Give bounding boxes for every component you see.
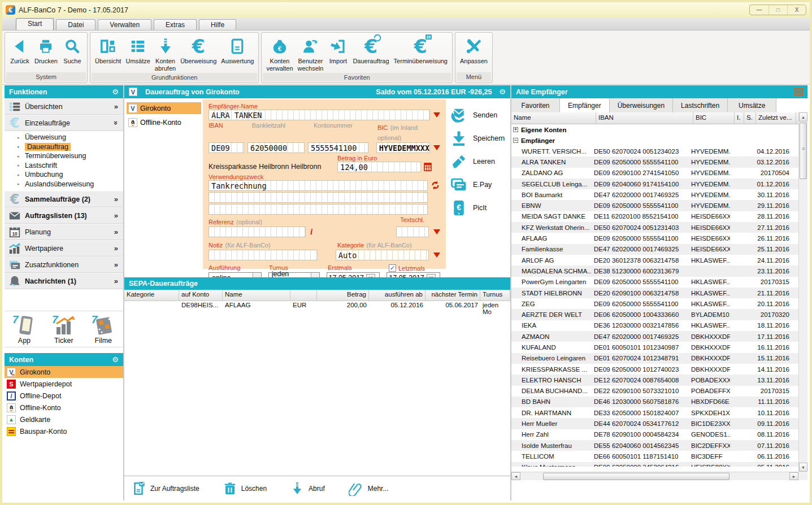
table-row[interactable]: BD BAHN DE46 12030000 5607581876 HBXDFD6… — [511, 397, 798, 407]
terminueberweisung-button[interactable]: € 10 Terminüberweisung — [392, 34, 450, 66]
table-row[interactable]: Familienkasse DE47 62020000 0017469325 H… — [511, 244, 798, 255]
anpassen-button[interactable]: Anpassen — [458, 34, 490, 66]
konten-abrufen-button[interactable]: Konten abrufen — [153, 34, 178, 72]
speichern-button[interactable]: Speichern — [450, 130, 510, 147]
kategorie-input[interactable]: Auto — [336, 250, 429, 260]
tab-verwalten[interactable]: Verwalten — [98, 19, 151, 30]
iban-input[interactable]: DE09 — [209, 142, 244, 153]
horizontal-scrollbar[interactable]: ◄ ► — [511, 472, 798, 480]
table-row[interactable]: WURETT. VERSICH... DE50 62070024 0051234… — [511, 146, 798, 156]
panel-menu-icon[interactable] — [794, 88, 803, 95]
subitem-auslandsueberweisung[interactable]: ● Auslandsüberweisung — [5, 180, 123, 189]
notiz-input[interactable] — [209, 250, 318, 260]
umsaetze-button[interactable]: Umsätze — [123, 34, 152, 66]
subitem-lastschrift[interactable]: ● Lastschrift — [5, 161, 123, 171]
tab-hilfe[interactable]: Hilfe — [199, 19, 236, 30]
scroll-up-icon[interactable]: ▲ — [799, 112, 807, 121]
mehr-button[interactable]: Mehr... — [349, 481, 389, 496]
referenz-input[interactable] — [209, 227, 306, 237]
table-row[interactable]: AERZTE DER WELT DE06 62050000 1004333660… — [511, 309, 798, 320]
table-row[interactable]: KFZ Werkstatt Oherin... DE50 62070024 00… — [511, 222, 798, 233]
leeren-button[interactable]: Leeren — [450, 153, 510, 170]
table-row[interactable]: KRIESSPARKASSE ... DE09 62050000 1012740… — [511, 364, 798, 375]
tab-favoriten[interactable]: Favoriten — [511, 98, 560, 112]
zweck-input-line2[interactable] — [209, 192, 428, 203]
letztmals-checkbox[interactable]: ✓ — [389, 264, 396, 272]
konten-gear-icon[interactable]: ⚙ — [112, 355, 119, 364]
blz-input[interactable]: 62050000 — [247, 142, 305, 153]
loeschen-button[interactable]: Löschen — [223, 481, 267, 496]
picit-button[interactable]: € PicIt — [450, 199, 510, 216]
sidebar-item-uebersichten[interactable]: Übersichten » — [5, 98, 123, 115]
uebersicht-button[interactable]: Übersicht — [93, 34, 123, 66]
betrag-input[interactable]: 124,00 — [337, 162, 421, 172]
sidebar-item-planung[interactable]: 10 Planung » — [5, 224, 123, 240]
table-row[interactable]: AFLAAG DE09 62050000 5555541100 HEISDE66… — [511, 233, 798, 243]
table-row[interactable]: SEGELCLUB Leinga... DE09 62040060 917415… — [511, 179, 798, 189]
table-row[interactable]: BOI Baumarkt DE47 62020000 0017469325 HY… — [511, 189, 798, 200]
table-row[interactable]: TELLICOM DE66 60050101 1187151410 BIC3DE… — [511, 451, 798, 462]
account-wertpapierdepot[interactable]: S Wertpapierdepot — [5, 378, 123, 390]
sidebar-item-sammelauftraege[interactable]: € Sammelaufträge (2) » — [5, 191, 123, 207]
zweck-input-line3[interactable] — [209, 204, 428, 215]
sidebar-item-einzelauftraege[interactable]: € Einzelaufträge » — [5, 115, 123, 131]
table-row[interactable]: ZEG DE09 62050000 5555541100 HKLASWEF...… — [511, 298, 798, 309]
table-row[interactable]: ALRA TANKEN DE09 62050000 5555541100 HYV… — [511, 156, 798, 167]
abruf-button[interactable]: Abruf — [290, 481, 325, 496]
ticker-button[interactable]: 7 Ticker — [44, 315, 84, 345]
textschl-input[interactable] — [396, 227, 429, 237]
table-row[interactable]: Herr Zahl DE78 62090100 0004584234 GENOD… — [511, 429, 798, 440]
sidebar-item-zusatzfunktionen[interactable]: Zusatzfunktionen » — [5, 256, 123, 273]
table-row[interactable]: STADT HIELBRONN DE20 62090100 0063214758… — [511, 288, 798, 298]
vertical-scrollbar[interactable]: ▲ ▼ — [798, 112, 807, 472]
calculator-icon[interactable] — [424, 163, 432, 171]
zurueck-button[interactable]: Zurück — [7, 34, 32, 66]
group-eigene-konten[interactable]: + Eigene Konten — [511, 124, 798, 135]
app-button[interactable]: 7 App — [5, 315, 44, 345]
maximize-button[interactable]: □ — [768, 5, 787, 15]
scroll-right-icon[interactable]: ► — [789, 472, 798, 480]
table-row[interactable]: EBNW DE09 62050000 5555541100 HYVEDEMM..… — [511, 200, 798, 211]
table-row[interactable]: Klaus Mustermann DE99 62050000 345296421… — [511, 462, 798, 467]
subitem-ueberweisung[interactable]: ● Überweisung — [5, 133, 123, 142]
zweck-input-line1[interactable]: Tankrechnung — [209, 180, 428, 191]
scroll-left-icon[interactable]: ◄ — [511, 472, 520, 480]
sepa-column-headers[interactable]: Kategorie auf Konto Name Betrag ausführe… — [124, 290, 510, 301]
account-offline-depot[interactable]: / Offline-Depot — [5, 390, 123, 402]
ueberweisung-button[interactable]: € Überweisung — [178, 34, 219, 66]
import-button[interactable]: Import — [325, 34, 350, 66]
textschl-dropdown-icon[interactable] — [433, 229, 440, 234]
account-tab-girokonto[interactable]: V Girokonto — [127, 102, 201, 114]
tab-empfaenger[interactable]: Empfänger — [560, 98, 610, 112]
info-icon[interactable]: i — [310, 227, 312, 237]
sidebar-item-wertpapiere[interactable]: Wertpapiere » — [5, 240, 123, 256]
empfaenger-input[interactable]: ALRA TANKEN — [209, 110, 430, 120]
main-gear-icon[interactable]: ⚙ — [499, 88, 506, 96]
benutzer-wechseln-button[interactable]: Benutzer wechseln — [296, 34, 326, 72]
tab-umsaetze[interactable]: Umsätze — [728, 98, 776, 112]
kategorie-dropdown-icon[interactable] — [433, 252, 440, 258]
account-offline-konto[interactable]: a Offline-Konto — [5, 402, 123, 413]
table-row[interactable]: PowerGym Leingarten DE09 62050000 555554… — [511, 277, 798, 288]
expand-icon[interactable]: + — [513, 127, 518, 132]
konten-verwalten-button[interactable]: € Konten verwalten — [264, 34, 295, 72]
table-row[interactable]: Reisebuero Leingaren DE01 62070024 10123… — [511, 353, 798, 364]
subitem-umbuchung[interactable]: ● Umbuchung — [5, 170, 123, 180]
table-row[interactable]: MEIDA SAGT DANKE DE11 62020100 855215410… — [511, 211, 798, 222]
sepa-row[interactable]: DE98HEIS... AFLAAG EUR 200,00 05.12.2016… — [124, 301, 510, 312]
epay-button[interactable]: E.Pay — [450, 176, 510, 193]
senden-button[interactable]: Senden — [450, 107, 510, 124]
horizontal-scroll-thumb[interactable] — [543, 473, 730, 480]
table-row[interactable]: DR. HARTMANN DE33 62050000 1501824007 SP… — [511, 407, 798, 418]
collapse-icon[interactable]: − — [513, 138, 518, 143]
dauerauftrag-button[interactable]: € Dauerauftrag — [350, 34, 391, 66]
bic-input[interactable]: HYVEDEMMXXX — [376, 142, 430, 153]
table-row[interactable]: Isolde Musterfrau DE55 62040060 00145623… — [511, 440, 798, 451]
empfaenger-column-headers[interactable]: Name IBAN BIC I. S. Zuletzt ve... — [511, 112, 807, 124]
drucken-button[interactable]: Drucken — [32, 34, 60, 66]
account-bauspar-konto[interactable]: Bauspar-Konto — [5, 425, 123, 437]
tab-start[interactable]: Start — [16, 18, 54, 30]
suche-button[interactable]: Suche — [60, 34, 85, 66]
group-empfaenger[interactable]: − Empfänger — [511, 135, 798, 146]
refresh-icon[interactable] — [431, 180, 440, 190]
